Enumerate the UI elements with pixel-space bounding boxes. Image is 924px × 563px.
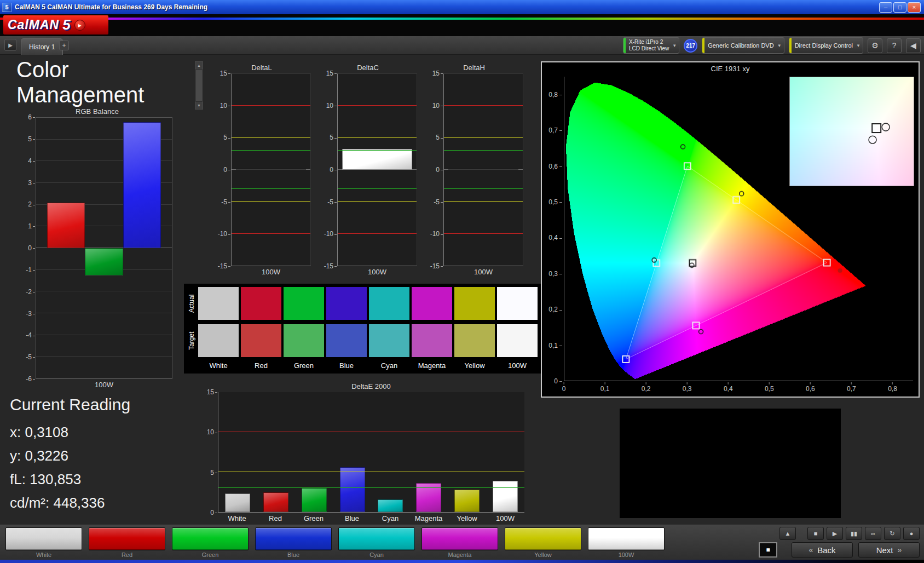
video-preview xyxy=(620,409,841,518)
back-button[interactable]: « Back xyxy=(792,542,853,558)
x-tick-label: 0,4 xyxy=(724,382,733,393)
category-label: Yellow xyxy=(448,514,486,522)
swatch-column-label: Green xyxy=(282,360,325,371)
add-tab-button[interactable]: + xyxy=(59,41,69,50)
cie-whitepoint-inset xyxy=(789,77,914,186)
y-tick-label: 0 xyxy=(210,509,217,516)
reading-y: y: 0,3226 xyxy=(10,444,130,468)
y-tick-label: 0,5 xyxy=(548,198,562,206)
y-tick-label: 0,3 xyxy=(548,270,562,278)
chevron-down-icon: ▼ xyxy=(672,43,677,48)
logo-arrow-icon: ▸ xyxy=(74,20,85,31)
plot-area xyxy=(231,73,311,266)
close-button[interactable]: × xyxy=(908,2,921,13)
pattern-button-white[interactable] xyxy=(5,527,82,550)
x-tick-label: 0,2 xyxy=(642,382,651,393)
x-tick-label: 0,6 xyxy=(806,382,815,393)
y-tick-label: 15 xyxy=(207,388,217,396)
meter-mode: LCD Direct View xyxy=(629,45,669,52)
y-tick-label: 5 xyxy=(223,134,230,141)
scroll-up-icon[interactable]: ▲ xyxy=(195,62,203,69)
source-dropdown[interactable]: Generic Calibration DVD ▼ xyxy=(702,37,784,54)
y-tick-label: 0,7 xyxy=(548,127,562,134)
pattern-slot: Blue xyxy=(255,527,332,558)
tab-scroll-button[interactable]: ▶ xyxy=(4,39,16,51)
loop-button[interactable]: ∞ xyxy=(865,527,881,540)
pattern-button-blue[interactable] xyxy=(255,527,332,550)
x-tick-label: 0,5 xyxy=(765,382,774,393)
collapse-panel-icon[interactable]: ◀ xyxy=(906,38,921,53)
y-tick-label: 0 xyxy=(554,377,562,385)
top-controls: X-Rite i1Pro 2 LCD Direct View ▼ 217 Gen… xyxy=(623,37,921,54)
gridline xyxy=(36,356,172,357)
swatch-actual-blue xyxy=(326,287,367,320)
delta-l-chart: DeltaL 151050-5-10-15 100W xyxy=(211,64,312,276)
pattern-button-label: Yellow xyxy=(505,551,581,558)
record-button[interactable]: ● xyxy=(903,527,920,540)
pattern-button-cyan[interactable] xyxy=(338,527,415,550)
y-tick-label: -15 xyxy=(430,262,443,270)
y-axis-ticks: 151050-5-10-15 xyxy=(317,73,337,266)
gridline xyxy=(36,117,172,118)
y-tick-label: 0,1 xyxy=(548,342,562,349)
reference-line xyxy=(444,150,523,151)
y-tick-label: 0,4 xyxy=(548,234,562,242)
swatch-column-label: Blue xyxy=(325,360,368,371)
y-tick-label: 15 xyxy=(220,70,230,77)
pattern-button-red[interactable] xyxy=(89,527,165,550)
pattern-button-label: Magenta xyxy=(421,551,498,558)
pattern-button-magenta[interactable] xyxy=(421,527,498,550)
logo-text: CalMAN xyxy=(8,18,59,32)
y-tick-label: -5 xyxy=(434,198,443,206)
minimize-button[interactable]: – xyxy=(879,2,892,13)
stop-button[interactable]: ■ xyxy=(807,527,824,540)
meter-dropdown[interactable]: X-Rite i1Pro 2 LCD Direct View ▼ xyxy=(623,37,679,54)
swatch-column-label: Cyan xyxy=(368,360,411,371)
gear-icon[interactable]: ⚙ xyxy=(868,38,882,53)
play-button[interactable]: ▶ xyxy=(827,527,843,540)
bar-yellow xyxy=(454,490,480,512)
cie-y-ticks: 0,80,70,60,50,40,30,20,10 xyxy=(542,77,563,381)
titlebar: 5 CalMAN 5 CalMAN Ultimate for Business … xyxy=(0,0,924,14)
category-label: Cyan xyxy=(371,514,409,522)
y-tick-label: -1 xyxy=(26,266,35,274)
pattern-button-green[interactable] xyxy=(172,527,249,550)
tab-history-1[interactable]: History 1 xyxy=(21,38,63,55)
pause-button[interactable]: ▮▮ xyxy=(846,527,862,540)
y-tick-label: 5 xyxy=(330,134,337,141)
pattern-window-button[interactable]: ■ xyxy=(759,542,777,558)
y-tick-label: -15 xyxy=(218,262,230,270)
scroll-down-icon[interactable]: ▼ xyxy=(195,102,203,109)
gridline xyxy=(36,378,172,378)
cie-x-ticks: 00,10,20,30,40,50,60,70,8 xyxy=(564,382,913,393)
y-tick-label: -15 xyxy=(324,262,337,270)
transport-buttons: ■▶▮▮∞↻● xyxy=(807,527,920,540)
y-axis-ticks: 151050 xyxy=(201,392,218,513)
reference-line xyxy=(338,233,417,234)
x-axis-label: 100W xyxy=(443,268,523,276)
x-tick-label: 0,8 xyxy=(888,382,897,393)
bar-cyan xyxy=(378,499,403,512)
swatch-target-white xyxy=(198,324,239,357)
y-tick-label: 10 xyxy=(326,102,337,110)
page-title-line2: Management xyxy=(16,82,181,107)
scrollbar-thumb[interactable] xyxy=(196,70,202,101)
plot-area xyxy=(218,392,524,513)
charts-scrollbar[interactable]: ▲ ▼ xyxy=(195,61,203,110)
display-control-dropdown[interactable]: Direct Display Control ▼ xyxy=(789,37,863,54)
maximize-button[interactable]: □ xyxy=(893,2,906,13)
refresh-button[interactable]: ↻ xyxy=(884,527,900,540)
pattern-button-yellow[interactable] xyxy=(505,527,581,550)
reading-label: x: xyxy=(10,424,21,440)
next-arrows-icon: » xyxy=(898,545,902,554)
pattern-toggle-button[interactable]: ▲ xyxy=(779,527,796,540)
x-tick-label: 0 xyxy=(562,382,566,393)
next-button[interactable]: Next » xyxy=(858,542,920,558)
help-icon[interactable]: ? xyxy=(887,38,902,53)
x-axis-label: 100W xyxy=(231,268,311,276)
swatch-column-label: 100W xyxy=(496,360,539,371)
pattern-button-label: 100W xyxy=(588,551,665,558)
swatch-column-label: Magenta xyxy=(411,360,453,371)
navigation-row: ■ « Back Next » xyxy=(759,542,920,558)
pattern-button-100w[interactable] xyxy=(588,527,665,550)
